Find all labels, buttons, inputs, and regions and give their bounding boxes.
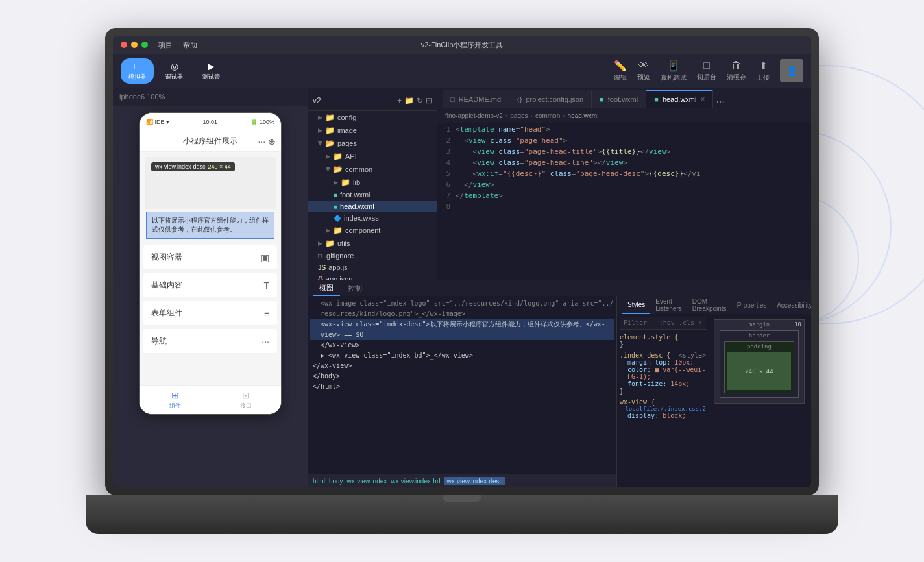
new-file-icon[interactable]: + [397,96,402,105]
chevron-icon: ▶ [318,114,322,121]
tree-folder-image[interactable]: ▶ 📁 image [308,124,437,137]
editor-tab-foot-wxml[interactable]: ■ foot.wxml [592,90,646,108]
action-preview[interactable]: 👁 预览 [637,60,650,82]
list-item-2[interactable]: 表单组件 ≡ [143,301,277,325]
tree-folder-config[interactable]: ▶ 📁 config [308,111,437,124]
editor-tab-head-wxml[interactable]: ■ head.wxml × [646,90,713,108]
line-content: </template> [456,191,806,200]
tree-file-app-js[interactable]: JS app.js [308,262,437,273]
css-selector: .index-desc { [620,352,670,359]
folder-icon: 📂 [325,139,335,148]
styles-tab-accessibility[interactable]: Accessibility [772,296,811,314]
toolbar-actions: ✏️ 编辑 👁 预览 📱 真机调试 □ 切后台 [614,59,803,82]
laptop-base [86,495,838,534]
refresh-icon[interactable]: ↻ [417,96,423,105]
margin-value: 10 [794,321,801,328]
action-background-label: 切后台 [697,73,716,82]
menu-item-help[interactable]: 帮助 [183,40,197,50]
code-editor[interactable]: 1 <template name="head"> 2 <view class="… [437,123,811,280]
path-body[interactable]: body [329,478,343,485]
tree-item-label: app.js [328,263,347,271]
preview-header: iphone6 100% [113,88,308,106]
tree-file-foot-wxml[interactable]: ■ foot.wxml [308,189,437,201]
nav-api-label: 接口 [240,402,252,410]
editor-panel: □ README.md {} project.config.json ■ foo… [437,88,811,280]
folder-icon: 📁 [325,126,335,135]
wxss-icon: 🔷 [334,215,341,222]
tree-file-head-wxml[interactable]: ■ head.wxml [308,201,437,212]
editor-tab-project-config[interactable]: {} project.config.json [509,90,592,108]
tab-test[interactable]: ▶ 测试管 [195,58,228,84]
menu-item-project[interactable]: 项目 [158,40,173,50]
collapse-icon[interactable]: ⊟ [426,96,432,105]
edit-icon: ✏️ [614,60,627,72]
avatar-icon: 👤 [786,66,797,76]
tab-debugger[interactable]: ◎ 调试器 [158,58,191,84]
phone-status-bar: 📶 IDE ▾ 10:01 🔋 100% [140,113,281,131]
action-edit[interactable]: ✏️ 编辑 [614,60,627,82]
path-wx-view-index[interactable]: wx-view.index [347,478,387,485]
toolbar-tabs: □ 模拟器 ◎ 调试器 ▶ 测试管 [121,58,228,84]
action-upload[interactable]: ⬆ 上传 [757,60,770,82]
css-rules: Filter :hov .cls + element.style { } [620,317,706,423]
tree-folder-common[interactable]: ▶ 📂 common [308,163,437,176]
list-item-3[interactable]: 导航 ··· [143,329,277,353]
styles-tab-dom[interactable]: DOM Breakpoints [687,296,732,314]
bottom-content: <wx-image class="index-logo" src="../res… [308,296,811,487]
bottom-tab-overview[interactable]: 概图 [313,280,340,296]
styles-panel: Styles Event Listeners DOM Breakpoints P… [616,296,811,487]
list-item-0[interactable]: 视图容器 ▣ [143,245,277,269]
close-icon[interactable]: × [700,95,705,104]
code-line-3: 3 <view class="page-head-title">{{title}… [437,147,811,158]
tree-folder-pages[interactable]: ▶ 📂 pages [308,137,437,150]
line-number: 1 [437,125,456,134]
html-line: </body> [310,371,614,382]
tab-label: 控制 [348,284,362,293]
editor-tab-readme[interactable]: □ README.md [443,90,509,108]
bottom-tab-control[interactable]: 控制 [341,280,369,296]
path-wx-view-hd[interactable]: wx-view.index-hd [391,478,440,485]
tree-file-index-wxss[interactable]: 🔷 index.wxss [308,212,437,224]
line-number: 6 [437,180,456,189]
tree-folder-component[interactable]: ▶ 📁 component [308,224,437,237]
action-debug[interactable]: 📱 真机调试 [661,60,687,82]
laptop-screen: 项目 帮助 v2-FinClip小程序开发工具 □ 模拟器 ◎ 调试器 ▶ [113,36,811,487]
time-display: 10:01 [202,119,217,125]
action-clear[interactable]: 🗑 清缓存 [727,60,746,82]
html-line: <wx-image class="index-logo" src="../res… [310,299,614,309]
tree-folder-utils[interactable]: ▶ 📁 utils [308,237,437,250]
close-button[interactable] [121,42,127,48]
action-preview-label: 预览 [637,73,650,82]
css-source: localfile:/.index.css:2 [625,406,706,412]
tab-icon: □ [450,95,455,103]
tab-icon: ■ [654,95,659,103]
filter-label: Filter [624,319,647,326]
nav-api[interactable]: ⊡ 接口 [210,386,281,414]
selected-element: 以下将展示小程序官方组件能力，组件样式仅供参考，在此仅供参考。 [146,212,274,239]
path-html[interactable]: html [313,478,325,485]
nav-component[interactable]: ⊞ 组件 [140,386,210,414]
more-tabs-icon[interactable]: ··· [716,96,724,108]
path-wx-view-desc[interactable]: wx-view.index-desc [444,477,505,485]
line-content: </view> [456,180,806,189]
action-background[interactable]: □ 切后台 [697,60,716,82]
new-folder-icon[interactable]: 📁 [404,96,414,105]
styles-tab-events[interactable]: Event Listeners [650,296,687,314]
styles-tab-styles[interactable]: Styles [622,296,650,314]
chevron-icon: ▶ [334,179,338,186]
tree-folder-lib[interactable]: ▶ 📁 lib [308,176,437,189]
chevron-icon: ▶ [318,127,322,134]
bottom-panel-header: 概图 控制 [308,280,811,296]
maximize-button[interactable] [141,42,148,48]
styles-tab-properties[interactable]: Properties [732,296,772,314]
user-avatar[interactable]: 👤 [780,59,803,82]
tab-simulator[interactable]: □ 模拟器 [121,58,154,84]
tab-simulator-label: 模拟器 [128,73,146,81]
tree-item-label: utils [337,239,350,247]
line-number: 4 [437,158,456,167]
minimize-button[interactable] [131,42,138,48]
tree-file-app-json[interactable]: {} app.json [308,273,437,280]
tree-folder-api[interactable]: ▶ 📁 API [308,150,437,163]
list-item-1[interactable]: 基础内容 T [143,273,277,297]
tree-file-gitignore[interactable]: □ .gitignore [308,250,437,262]
